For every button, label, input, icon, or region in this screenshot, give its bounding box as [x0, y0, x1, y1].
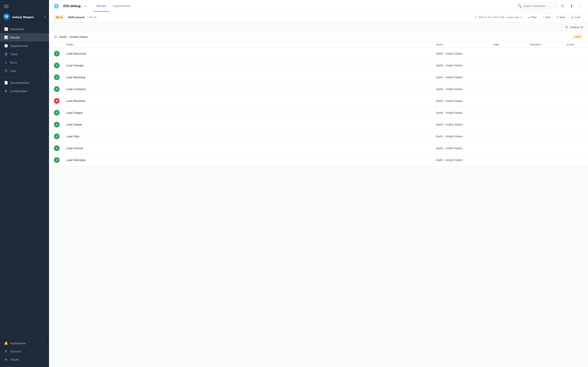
row-status: ✓	[54, 122, 66, 127]
row-name: Load Wisconsin	[66, 52, 436, 55]
sidebar-item-label-documentation: Documentation	[10, 81, 29, 84]
sidebar-item-results[interactable]: 📊 Results	[0, 33, 49, 42]
filter-button[interactable]: ⚌ Filter	[525, 14, 540, 20]
table-row[interactable]: ✓ Load Oregon Earth - United States	[49, 107, 588, 119]
row-name: Load Wyoming	[66, 76, 436, 79]
row-status: ✓	[54, 75, 66, 80]
row-suite: Earth - United States	[436, 52, 493, 55]
col-name[interactable]: NAME ↓	[66, 43, 436, 46]
topbar: 🌐 iOS-debug ▾ Results Supplemental 🔍 ↻ ⬆…	[49, 0, 588, 12]
org-chevron-icon: ▾	[44, 16, 46, 18]
table-row[interactable]: ✓ Load Wisconsin Earth - United States	[49, 48, 588, 59]
footer-divider	[3, 337, 46, 337]
search-input[interactable]	[523, 4, 554, 8]
col-icons: ICONS	[567, 43, 583, 46]
pass-icon: ✓	[54, 145, 60, 151]
org-selector[interactable]: 🌍 Galaxy Mapper ▾	[0, 11, 49, 23]
col-priority[interactable]: PRIORITY ↓	[530, 43, 567, 46]
table-row[interactable]: ✓ Load Arizona Earth - United States	[49, 142, 588, 154]
row-name: Load Georgia	[66, 64, 436, 67]
row-suite: Earth - United States	[436, 158, 493, 162]
table-row[interactable]: ✓ Load Wyoming Earth - United States	[49, 71, 588, 83]
sidebar-item-label-runs: Runs	[10, 61, 17, 64]
dashboard-icon: 📈	[4, 27, 8, 31]
share-icon[interactable]: ⬆	[569, 3, 574, 9]
row-name: Load Maryland	[66, 99, 436, 103]
org-avatar: 🌍	[3, 13, 10, 20]
collapse-all-button[interactable]: ⊖ Collapse All	[565, 25, 583, 29]
pass-count: 18/20 passed	[68, 16, 84, 19]
sidebar-item-label-results: Results	[10, 36, 20, 39]
sidebar-item-tesults[interactable]: % Tesults	[0, 356, 49, 364]
project-chevron-icon[interactable]: ▾	[85, 5, 86, 8]
table-row[interactable]: ✓ Load Georgia Earth - United States	[49, 59, 588, 71]
row-suite: Earth - United States	[436, 123, 493, 126]
refresh-icon[interactable]: ↻	[560, 3, 566, 9]
cost-label: Cost	[575, 16, 580, 19]
collapse-icon: ⊖	[565, 25, 568, 29]
priority-sort-icon: ↓	[542, 44, 544, 46]
row-status: ✓	[54, 133, 66, 139]
lists-icon: ☰	[4, 69, 8, 73]
nav-divider	[3, 77, 46, 77]
runs-icon: ✓	[4, 60, 8, 64]
suite-sort-icon: ↓	[444, 44, 445, 46]
collapse-label: Collapse All	[569, 26, 583, 29]
datetime-chevron-icon: ▾	[520, 16, 522, 19]
row-status: ✓	[54, 157, 66, 163]
pass-icon: ✓	[54, 51, 60, 57]
note-label: Note	[560, 16, 565, 19]
note-button[interactable]: ✏ Note	[554, 14, 568, 20]
sidebar-item-notifications[interactable]: 🔔 Notifications	[0, 339, 49, 347]
collapse-bar: ⊖ Collapse All	[49, 22, 588, 32]
datetime-selector[interactable]: ⏱ Wed 14 Jun 1:49:57AM - 4 years ago ▾	[475, 16, 522, 19]
sidebar-item-account[interactable]: A Account	[0, 347, 49, 356]
time-sort-icon: ↓	[500, 44, 501, 46]
table-row[interactable]: ✓ Load Louisiana Earth - United States	[49, 83, 588, 95]
main-content: 🌐 iOS-debug ▾ Results Supplemental 🔍 ↻ ⬆…	[49, 0, 588, 367]
cost-button[interactable]: 🗂 Cost	[569, 14, 583, 20]
row-status: ✓	[54, 110, 66, 116]
sidebar-item-tasks[interactable]: 👤 Tasks	[0, 50, 49, 58]
group-name: Earth - United States	[60, 35, 570, 39]
table-row[interactable]: ✕ Load Maryland Earth - United States	[49, 95, 588, 107]
row-status: ✓	[54, 51, 66, 57]
sidebar-footer: 🔔 Notifications A Account % Tesults	[0, 334, 49, 367]
sidebar-item-label-supplemental: Supplemental	[10, 44, 28, 48]
col-suite[interactable]: SUITE ↓	[436, 43, 493, 46]
sidebar-item-dashboard[interactable]: 📈 Dashboard	[0, 25, 49, 33]
search-box[interactable]: 🔍	[515, 3, 557, 9]
row-suite: Earth - United States	[436, 111, 493, 114]
pass-icon: ✓	[54, 75, 60, 80]
row-name: Load Louisiana	[66, 87, 436, 91]
sidebar-item-label-notifications: Notifications	[10, 342, 26, 345]
pass-icon: ✓	[54, 122, 60, 127]
tesults-icon: %	[4, 358, 8, 361]
sidebar-item-runs[interactable]: ✓ Runs	[0, 58, 49, 67]
sidebar: 🌍 Galaxy Mapper ▾ 📈 Dashboard 📊 Results …	[0, 0, 49, 367]
sidebar-item-supplemental[interactable]: 🕐 Supplemental	[0, 42, 49, 50]
filter-label: Filter	[531, 16, 537, 19]
group-collapse-button[interactable]: ⊖	[54, 35, 57, 39]
table-row[interactable]: ✓ Load Ohio Earth - United States	[49, 131, 588, 142]
table-body: ✓ Load Wisconsin Earth - United States ✓…	[49, 48, 588, 166]
more-options-icon[interactable]: ···	[578, 3, 583, 9]
project-title: iOS-debug	[63, 4, 81, 8]
hamburger-menu[interactable]	[0, 0, 49, 11]
score-badge: 90 %	[54, 15, 65, 20]
col-time[interactable]: TIME ↓	[493, 43, 530, 46]
documentation-icon: 📄	[4, 81, 8, 85]
row-suite: Earth - United States	[436, 99, 493, 103]
sidebar-item-configuration[interactable]: ⚙ Configuration	[0, 87, 49, 95]
sort-label: Sort	[545, 16, 550, 19]
tab-results[interactable]: Results	[93, 1, 109, 12]
datetime-text: Wed 14 Jun 1:49:57AM - 4 years ago	[479, 16, 519, 19]
results-icon: 📊	[4, 35, 8, 39]
sidebar-item-documentation[interactable]: 📄 Documentation	[0, 78, 49, 87]
name-sort-icon: ↓	[74, 44, 75, 46]
tab-supplemental[interactable]: Supplemental	[109, 1, 134, 12]
sort-button[interactable]: ↕ Sort	[540, 14, 553, 20]
table-row[interactable]: ✓ Load Nebraska Earth - United States	[49, 154, 588, 166]
table-row[interactable]: ✓ Load Hawaii Earth - United States	[49, 119, 588, 131]
sidebar-item-lists[interactable]: ☰ Lists	[0, 67, 49, 75]
